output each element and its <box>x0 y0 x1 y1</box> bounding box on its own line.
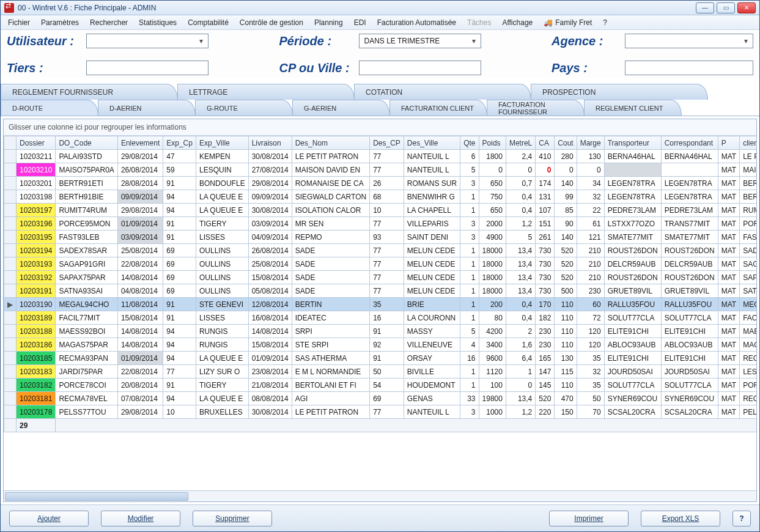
data-grid: Glisser une colonne ici pour regrouper l… <box>3 119 757 502</box>
table-row[interactable]: 10203194SADEX78SAR25/08/201469OULLINS26/… <box>4 244 757 257</box>
chevron-down-icon: ▾ <box>197 37 205 45</box>
table-row[interactable]: 10203189FACIL77MIT15/08/201491LISSES16/0… <box>4 311 757 325</box>
dropdown-agency[interactable]: ▾ <box>625 34 753 48</box>
menu-statistiques[interactable]: Statistiques <box>134 17 182 29</box>
table-row[interactable]: 10203198BERTH91BIE09/09/201494LA QUEUE E… <box>4 190 757 204</box>
col-qte[interactable]: Qte <box>460 136 479 150</box>
label-tiers: Tiers : <box>7 61 86 75</box>
table-row[interactable]: 10203196PORCE95MON01/09/201491TIGERY03/0… <box>4 217 757 231</box>
table-row[interactable]: 10203193SAGAP91GRI22/08/201469OULLINS25/… <box>4 257 757 271</box>
table-row[interactable]: 10203188MAESS92BOI14/08/201494RUNGIS14/0… <box>4 325 757 338</box>
col-p[interactable]: P <box>718 136 739 150</box>
menu-edi[interactable]: EDI <box>349 17 371 29</box>
tab-g-route[interactable]: G-ROUTE <box>195 100 293 116</box>
tabs-top-row: REGLEMENT FOURNISSEURLETTRAGECOTATIONPRO… <box>1 84 759 100</box>
tab-g-aerien[interactable]: G-AERIEN <box>292 100 390 116</box>
menu-contr-le-de-gestion[interactable]: Contrôle de gestion <box>235 17 308 29</box>
tab-prospection[interactable]: PROSPECTION <box>531 84 708 100</box>
menu-t-ches: Tâches <box>462 17 496 29</box>
delete-button[interactable]: Supprimer <box>193 511 272 526</box>
label-cp: CP ou Ville : <box>279 61 359 75</box>
label-pays: Pays : <box>552 61 625 75</box>
col-cout[interactable]: Cout <box>555 136 577 150</box>
col-livraison[interactable]: Livraison <box>248 136 292 150</box>
menu-comptabilit-[interactable]: Comptabilité <box>183 17 234 29</box>
tabs-bottom-row: D-ROUTED-AERIENG-ROUTEG-AERIENFACTURATIO… <box>1 100 759 116</box>
col-transporteur[interactable]: Transporteur <box>604 136 661 150</box>
menu-bar: FichierParamètresRechercherStatistiquesC… <box>1 15 759 30</box>
table-row[interactable]: 10203182PORCE78COI20/08/201491TIGERY21/0… <box>4 379 757 392</box>
col-metrel[interactable]: MetreL <box>506 136 535 150</box>
scrollbar-thumb[interactable] <box>5 492 188 501</box>
menu-facturation-automatis-e[interactable]: Facturation Automatisée <box>372 17 461 29</box>
table-row[interactable]: 10203210MAISO75PAR0A26/08/201459LESQUIN2… <box>4 163 757 177</box>
label-user: Utilisateur : <box>7 34 86 48</box>
menu-planning[interactable]: Planning <box>309 17 348 29</box>
col-enlevement[interactable]: Enlevement <box>117 136 163 150</box>
col-exp_cp[interactable]: Exp_Cp <box>163 136 196 150</box>
table-row[interactable]: 10203197RUMIT74RUM29/08/201494LA QUEUE E… <box>4 204 757 217</box>
table-row[interactable]: 10203211PALAI93STD29/08/201447KEMPEN30/0… <box>4 150 757 163</box>
table-row[interactable]: 10203192SAPAX75PAR14/08/201469OULLINS15/… <box>4 271 757 284</box>
row-count: 29 <box>4 419 757 432</box>
col-marge[interactable]: Marge <box>577 136 604 150</box>
title-bar: 00 - Winfret V.6 : Fiche Principale - AD… <box>1 1 759 15</box>
table-row[interactable]: 10203195FAST93LEB03/09/201491LISSES04/09… <box>4 231 757 244</box>
export-xls-button[interactable]: Export XLS <box>641 511 720 526</box>
close-button[interactable]: ✕ <box>737 2 756 13</box>
col-client[interactable]: client <box>740 136 756 150</box>
menu-affichage[interactable]: Affichage <box>497 17 537 29</box>
table-row[interactable]: 10203191SATNA93SAI04/08/201469OULLINS05/… <box>4 284 757 298</box>
horizontal-scrollbar[interactable] <box>4 490 756 501</box>
app-icon <box>4 3 14 13</box>
tab-lettrage[interactable]: LETTRAGE <box>177 84 355 100</box>
add-button[interactable]: Ajouter <box>9 511 89 526</box>
col-poids[interactable]: Poids <box>479 136 506 150</box>
footer-toolbar: Ajouter Modifier Supprimer Imprimer Expo… <box>1 504 759 531</box>
input-pays[interactable] <box>625 61 753 75</box>
col-dossier[interactable]: Dossier <box>17 136 56 150</box>
chevron-down-icon: ▾ <box>470 37 478 45</box>
col-do_code[interactable]: DO_Code <box>56 136 117 150</box>
window-title: 00 - Winfret V.6 : Fiche Principale - AD… <box>18 4 696 12</box>
dropdown-period[interactable]: DANS LE TRIMESTRE▾ <box>359 34 481 48</box>
maximize-button[interactable]: ▭ <box>717 2 735 13</box>
grid-scroll[interactable]: DossierDO_CodeEnlevementExp_CpExp_VilleL… <box>4 136 756 490</box>
col-ca[interactable]: CA <box>536 136 555 150</box>
table-row[interactable]: 10203183JARDI75PAR22/08/201477LIZY SUR O… <box>4 365 757 379</box>
dropdown-user[interactable]: ▾ <box>86 34 208 48</box>
menu-rechercher[interactable]: Rechercher <box>85 17 133 29</box>
label-period: Période : <box>279 34 359 48</box>
table-row[interactable]: 10203185RECMA93PAN01/09/201494LA QUEUE E… <box>4 352 757 365</box>
help-button[interactable]: ? <box>732 511 751 526</box>
col-des_cp[interactable]: Des_CP <box>370 136 404 150</box>
tab-reglement-client[interactable]: REGLEMENT CLIENT <box>584 100 682 116</box>
tab-d-route[interactable]: D-ROUTE <box>1 100 98 116</box>
input-cp[interactable] <box>359 61 481 75</box>
menu-fichier[interactable]: Fichier <box>3 17 35 29</box>
filter-panel: Utilisateur : ▾ Période : DANS LE TRIMES… <box>1 30 759 78</box>
tab-facturation-client[interactable]: FACTURATION CLIENT <box>389 100 487 116</box>
table-row[interactable]: 10203186MAGAS75PAR14/08/201494RUNGIS15/0… <box>4 338 757 352</box>
tab-d-aerien[interactable]: D-AERIEN <box>98 100 196 116</box>
tab-facturation-fournisseur[interactable]: FACTURATION FOURNISSEUR <box>487 100 585 116</box>
menu-family-fret[interactable]: Family Fret <box>539 17 597 29</box>
label-agency: Agence : <box>552 34 625 48</box>
tab-cotation[interactable]: COTATION <box>354 84 531 100</box>
print-button[interactable]: Imprimer <box>549 511 629 526</box>
col-des_nom[interactable]: Des_Nom <box>292 136 369 150</box>
input-tiers[interactable] <box>86 61 208 75</box>
minimize-button[interactable]: — <box>696 2 714 13</box>
col-correspondant[interactable]: Correspondant <box>661 136 718 150</box>
table-row[interactable]: 10203181RECMA78VEL07/08/201494LA QUEUE E… <box>4 392 757 405</box>
edit-button[interactable]: Modifier <box>101 511 180 526</box>
group-by-hint[interactable]: Glisser une colonne ici pour regrouper l… <box>4 119 756 136</box>
col-des_ville[interactable]: Des_Ville <box>404 136 460 150</box>
table-row[interactable]: 10203178PELSS77TOU29/08/201410BRUXELLES3… <box>4 405 757 419</box>
menu--[interactable]: ? <box>598 17 612 29</box>
tab-reglement-fournisseur[interactable]: REGLEMENT FOURNISSEUR <box>1 84 178 100</box>
table-row[interactable]: ▶10203190MEGAL94CHO11/08/201491STE GENEV… <box>4 298 757 311</box>
menu-param-tres[interactable]: Paramètres <box>36 17 84 29</box>
table-row[interactable]: 10203201BERTR91ETI28/08/201491BONDOUFLE2… <box>4 177 757 190</box>
col-exp_ville[interactable]: Exp_Ville <box>196 136 248 150</box>
